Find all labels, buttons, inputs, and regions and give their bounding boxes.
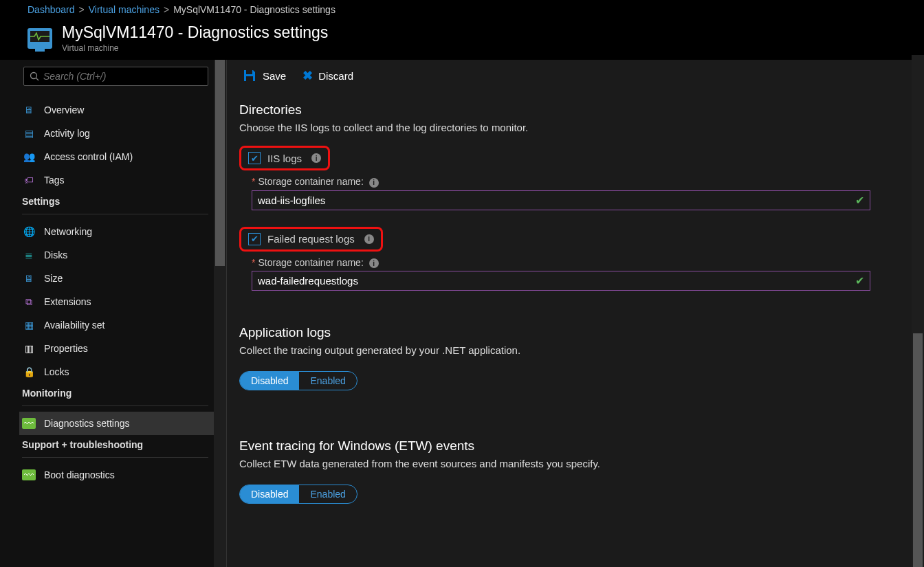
monitor-icon: 🖥 — [22, 104, 36, 115]
page-subtitle: Virtual machine — [62, 43, 328, 53]
info-icon[interactable]: i — [364, 234, 374, 244]
sidebar-item-label: Boot diagnostics — [44, 469, 115, 480]
failed-container-label: *Storage container name: i — [252, 257, 896, 269]
svg-line-1 — [36, 78, 39, 81]
save-label: Save — [263, 70, 286, 82]
svg-rect-3 — [246, 76, 253, 81]
vm-icon — [28, 28, 52, 49]
svg-point-0 — [31, 73, 37, 79]
valid-icon: ✔ — [855, 274, 864, 287]
etw-disabled-button[interactable]: Disabled — [240, 485, 299, 503]
size-icon: 🖥 — [22, 273, 36, 284]
failed-container-input-wrap[interactable]: ✔ — [252, 271, 870, 291]
info-icon[interactable]: i — [311, 153, 321, 163]
diag-icon: 〰 — [22, 418, 36, 429]
save-button[interactable]: Save — [242, 68, 286, 83]
sidebar-item-label: Activity log — [44, 128, 90, 139]
scrollbar-thumb[interactable] — [215, 60, 225, 266]
iis-container-input-wrap[interactable]: ✔ — [252, 190, 870, 210]
divider — [22, 405, 208, 406]
page-header: MySqlVM11470 - Diagnostics settings Virt… — [0, 21, 924, 60]
sidebar-item-activity-log[interactable]: ▤Activity log — [19, 122, 226, 145]
toolbar: Save ✖ Discard — [239, 60, 896, 97]
page-title: MySqlVM11470 - Diagnostics settings — [62, 23, 328, 42]
discard-label: Discard — [318, 70, 353, 82]
tag-icon: 🏷 — [22, 175, 36, 186]
iis-logs-label: IIS logs — [267, 153, 302, 164]
breadcrumb-dashboard[interactable]: Dashboard — [28, 4, 75, 15]
sidebar-item-label: Disks — [44, 249, 67, 260]
breadcrumb-sep: > — [164, 4, 169, 15]
sidebar-scrollbar[interactable] — [214, 60, 226, 567]
etw-title: Event tracing for Windows (ETW) events — [239, 438, 896, 454]
iis-logs-checkbox[interactable]: ✔ — [248, 152, 261, 164]
directories-title: Directories — [239, 102, 896, 118]
boot-icon: 〰 — [22, 469, 36, 480]
sidebar-item-label: Access control (IAM) — [44, 151, 133, 162]
info-icon[interactable]: i — [369, 258, 379, 268]
failed-logs-checkbox[interactable]: ✔ — [248, 233, 261, 245]
breadcrumb-current: MySqlVM11470 - Diagnostics settings — [173, 4, 336, 15]
main-content: Save ✖ Discard Directories Choose the II… — [227, 60, 924, 567]
sidebar-item-access-control[interactable]: 👥Access control (IAM) — [19, 145, 226, 168]
props-icon: ▥ — [22, 343, 36, 354]
applogs-title: Application logs — [239, 325, 896, 340]
sidebar-item-disks[interactable]: ≣Disks — [19, 243, 226, 267]
sidebar-item-label: Diagnostics settings — [44, 418, 130, 429]
section-etw: Event tracing for Windows (ETW) events C… — [239, 438, 896, 504]
main-scrollbar[interactable] — [912, 55, 924, 567]
breadcrumb-vms[interactable]: Virtual machines — [89, 4, 160, 15]
sidebar: « 🖥Overview ▤Activity log 👥Access contro… — [0, 60, 227, 567]
sidebar-item-label: Locks — [44, 366, 69, 377]
divider — [22, 457, 208, 458]
search-input-wrap[interactable] — [23, 67, 208, 86]
sidebar-item-extensions[interactable]: ⧉Extensions — [19, 290, 226, 313]
applogs-disabled-button[interactable]: Disabled — [240, 372, 299, 390]
valid-icon: ✔ — [855, 194, 864, 207]
sidebar-group-support: Support + troubleshooting — [19, 435, 226, 454]
disks-icon: ≣ — [22, 249, 36, 260]
sidebar-group-monitoring: Monitoring — [19, 383, 226, 403]
info-icon[interactable]: i — [369, 178, 379, 188]
sidebar-item-diagnostics[interactable]: 〰Diagnostics settings — [19, 412, 226, 435]
search-input[interactable] — [43, 71, 202, 82]
log-icon: ▤ — [22, 128, 36, 139]
ext-icon: ⧉ — [22, 296, 36, 307]
sidebar-item-availability[interactable]: ▦Availability set — [19, 313, 226, 337]
sidebar-item-networking[interactable]: 🌐Networking — [19, 220, 226, 243]
sidebar-item-properties[interactable]: ▥Properties — [19, 337, 226, 360]
people-icon: 👥 — [22, 151, 36, 162]
sidebar-item-size[interactable]: 🖥Size — [19, 267, 226, 290]
etw-toggle[interactable]: Disabled Enabled — [239, 485, 358, 504]
highlight-iis: ✔ IIS logs i — [239, 146, 330, 170]
save-icon — [242, 68, 257, 83]
failed-logs-label: Failed request logs — [267, 233, 355, 245]
applogs-toggle[interactable]: Disabled Enabled — [239, 371, 358, 390]
sidebar-item-boot-diag[interactable]: 〰Boot diagnostics — [19, 463, 226, 487]
lock-icon: 🔒 — [22, 366, 36, 377]
discard-button[interactable]: ✖ Discard — [302, 68, 353, 83]
sidebar-group-settings: Settings — [19, 192, 226, 211]
sidebar-item-label: Properties — [44, 343, 88, 354]
highlight-failed: ✔ Failed request logs i — [239, 227, 383, 252]
applogs-enabled-button[interactable]: Enabled — [299, 372, 356, 390]
sidebar-item-overview[interactable]: 🖥Overview — [19, 98, 226, 122]
directories-desc: Choose the IIS logs to collect and the l… — [239, 122, 896, 133]
section-app-logs: Application logs Collect the tracing out… — [239, 325, 896, 390]
scrollbar-thumb[interactable] — [913, 333, 923, 567]
etw-enabled-button[interactable]: Enabled — [299, 485, 356, 503]
search-icon — [30, 71, 39, 81]
breadcrumb: Dashboard > Virtual machines > MySqlVM11… — [0, 0, 924, 21]
sidebar-item-label: Networking — [44, 226, 92, 237]
divider — [22, 214, 208, 214]
sidebar-item-label: Tags — [44, 175, 65, 186]
iis-container-label: *Storage container name: i — [252, 176, 896, 188]
failed-container-input[interactable] — [258, 275, 855, 287]
globe-icon: 🌐 — [22, 226, 36, 237]
iis-container-input[interactable] — [258, 194, 855, 206]
sidebar-item-tags[interactable]: 🏷Tags — [19, 168, 226, 192]
sidebar-item-label: Extensions — [44, 296, 91, 307]
section-directories: Directories Choose the IIS logs to colle… — [239, 102, 896, 291]
sidebar-item-locks[interactable]: 🔒Locks — [19, 360, 226, 383]
etw-desc: Collect ETW data generated from the even… — [239, 458, 896, 469]
